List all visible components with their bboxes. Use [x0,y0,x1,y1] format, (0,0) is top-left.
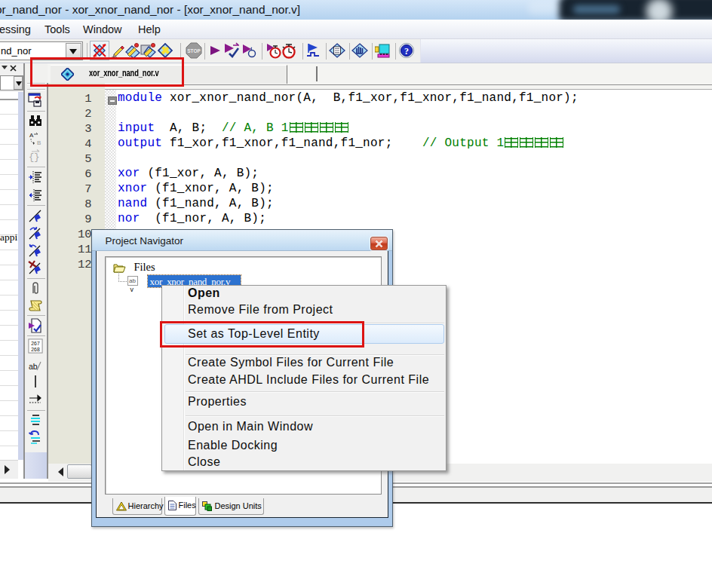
svg-text:{}: {} [29,152,39,163]
svg-text:A: A [29,132,34,139]
svg-text:B: B [37,139,41,146]
svg-text:STOP: STOP [187,48,201,54]
svg-text:268: 268 [31,347,40,352]
svg-text:ab: ab [29,362,38,371]
svg-text:267: 267 [31,341,40,346]
svg-text:?: ? [404,46,409,57]
